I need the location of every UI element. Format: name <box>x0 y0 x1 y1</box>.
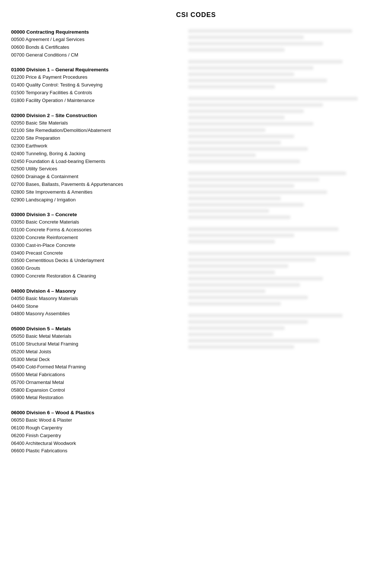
section-item: 00600 Bonds & Certificates <box>11 44 181 51</box>
blurred-line <box>188 128 265 132</box>
blurred-line <box>188 345 294 349</box>
blurred-line <box>188 339 319 343</box>
blurred-line <box>188 160 300 163</box>
right-column <box>181 29 381 463</box>
blurred-line <box>188 141 281 144</box>
section-div00: 00000 Contracting Requirements00500 Agre… <box>11 29 181 59</box>
section-header-div05: 05000 Division 5 – Metals <box>11 326 181 331</box>
section-header-div02: 02000 Division 2 – Site Construction <box>11 113 181 118</box>
section-item: 03300 Cast-in-Place Concrete <box>11 242 181 249</box>
blurred-line <box>188 85 275 89</box>
section-item: 05200 Metal Joists <box>11 348 181 356</box>
blurred-line <box>188 234 294 237</box>
section-div05: 05000 Division 5 – Metals05050 Basic Met… <box>11 326 181 402</box>
section-item: 03600 Grouts <box>11 265 181 272</box>
blurred-line <box>188 203 304 207</box>
blurred-line <box>188 48 285 52</box>
right-section-0 <box>188 29 381 52</box>
section-item: 00500 Agreement / Legal Services <box>11 36 181 44</box>
section-item: 06100 Rough Carpentry <box>11 424 181 432</box>
blurred-line <box>188 326 285 330</box>
section-item: 03400 Precast Concrete <box>11 249 181 257</box>
blurred-line <box>188 122 313 126</box>
blurred-line <box>188 135 294 138</box>
section-div03: 03000 Division 3 – Concrete03050 Basic C… <box>11 212 181 280</box>
section-item: 04050 Basic Masonry Materials <box>11 295 181 303</box>
section-item: 03500 Cementitious Decks & Underlayment <box>11 257 181 265</box>
blurred-line <box>188 116 285 119</box>
section-item: 05100 Structural Metal Framing <box>11 340 181 348</box>
section-header-div03: 03000 Division 3 – Concrete <box>11 212 181 217</box>
blurred-line <box>188 153 256 157</box>
blurred-line <box>188 289 265 293</box>
section-item: 05400 Cold-Formed Metal Framing <box>11 363 181 371</box>
section-item: 02900 Landscaping / Irrigation <box>11 196 181 204</box>
section-item: 00700 General Conditions / CM <box>11 51 181 59</box>
page-title: CSI CODES <box>0 11 392 19</box>
section-item: 02500 Utility Services <box>11 165 181 173</box>
left-column: 00000 Contracting Requirements00500 Agre… <box>11 29 181 463</box>
blurred-line <box>188 60 343 64</box>
blurred-line <box>188 171 346 175</box>
section-item: 01500 Temporary Facilities & Controls <box>11 89 181 97</box>
blurred-line <box>188 190 327 194</box>
blurred-line <box>188 147 308 151</box>
section-item: 02800 Site Improvements & Amenities <box>11 188 181 196</box>
blurred-line <box>188 227 338 231</box>
blurred-line <box>188 271 275 274</box>
section-item: 03200 Concrete Reinforcement <box>11 234 181 242</box>
section-item: 05500 Metal Fabrications <box>11 371 181 379</box>
section-item: 05050 Basic Metal Materials <box>11 333 181 340</box>
blurred-line <box>188 103 323 107</box>
blurred-line <box>188 66 313 70</box>
blurred-line <box>188 296 308 299</box>
section-item: 05700 Ornamental Metal <box>11 379 181 387</box>
blurred-line <box>188 197 281 200</box>
blurred-line <box>188 29 352 33</box>
right-section-2 <box>188 97 381 163</box>
section-item: 03050 Basic Concrete Materials <box>11 218 181 226</box>
section-item: 06200 Finish Carpentry <box>11 432 181 440</box>
blurred-line <box>188 258 316 262</box>
section-item: 02300 Earthwork <box>11 142 181 150</box>
blurred-line <box>188 42 323 45</box>
blurred-line <box>188 314 343 317</box>
blurred-line <box>188 252 350 255</box>
section-item: 05900 Metal Restoration <box>11 394 181 402</box>
section-item: 04800 Masonry Assemblies <box>11 310 181 318</box>
right-section-1 <box>188 60 381 89</box>
section-item: 01200 Price & Payment Procedures <box>11 74 181 81</box>
blurred-line <box>188 215 290 219</box>
blurred-line <box>188 184 294 188</box>
blurred-line <box>188 333 273 336</box>
blurred-line <box>188 283 300 287</box>
section-item: 06600 Plastic Fabrications <box>11 447 181 455</box>
blurred-line <box>188 79 327 82</box>
section-item: 02200 Site Preparation <box>11 135 181 142</box>
blurred-line <box>188 240 275 244</box>
section-item: 02050 Basic Site Materials <box>11 119 181 127</box>
section-div01: 01000 Division 1 – General Requirements0… <box>11 67 181 104</box>
section-item: 03100 Concrete Forms & Accessories <box>11 226 181 234</box>
section-item: 05800 Expansion Control <box>11 387 181 394</box>
section-item: 06400 Architectural Woodwork <box>11 440 181 448</box>
right-section-5 <box>188 252 381 306</box>
right-section-6 <box>188 314 381 349</box>
blurred-line <box>188 35 304 39</box>
blurred-line <box>188 277 323 280</box>
section-item: 02450 Foundation & Load-bearing Elements <box>11 158 181 166</box>
section-div06: 06000 Division 6 – Wood & Plastics06050 … <box>11 410 181 455</box>
section-item: 06050 Basic Wood & Plaster <box>11 416 181 424</box>
section-item: 02400 Tunneling, Boring & Jacking <box>11 150 181 158</box>
section-div02: 02000 Division 2 – Site Construction0205… <box>11 113 181 204</box>
section-div04: 04000 Division 4 – Masonry04050 Basic Ma… <box>11 288 181 318</box>
section-item: 03900 Concrete Restoration & Cleaning <box>11 272 181 280</box>
blurred-line <box>188 178 319 181</box>
section-item: 05300 Metal Deck <box>11 356 181 364</box>
right-section-4 <box>188 227 381 244</box>
blurred-line <box>188 302 281 306</box>
section-item: 02600 Drainage & Containment <box>11 173 181 181</box>
section-item: 02700 Bases, Ballasts, Pavements & Appur… <box>11 181 181 188</box>
section-header-div00: 00000 Contracting Requirements <box>11 29 181 35</box>
section-item: 01800 Facility Operation / Maintenance <box>11 97 181 105</box>
